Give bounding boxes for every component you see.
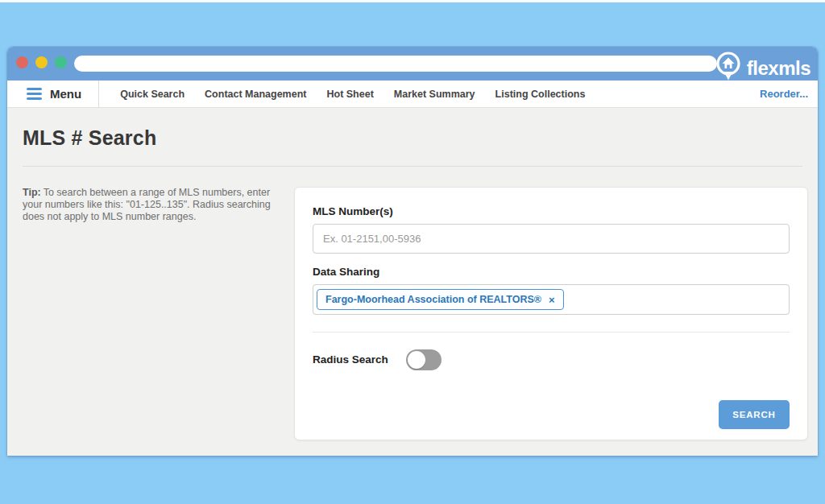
nav-links: Quick Search Contact Management Hot Shee… xyxy=(120,89,585,100)
radius-search-label: Radius Search xyxy=(313,353,388,366)
app-navbar: Menu Quick Search Contact Management Hot… xyxy=(7,81,818,108)
tip-label: Tip: xyxy=(23,187,41,198)
page-title: MLS # Search xyxy=(23,125,818,151)
reorder-link[interactable]: Reorder... xyxy=(760,88,808,100)
menu-label: Menu xyxy=(50,87,81,101)
nav-item-hot-sheet[interactable]: Hot Sheet xyxy=(326,89,373,100)
data-sharing-label: Data Sharing xyxy=(313,266,790,278)
search-button[interactable]: SEARCH xyxy=(719,400,790,429)
content-row: Tip:To search between a range of MLS num… xyxy=(7,187,818,440)
window-close-button[interactable] xyxy=(16,56,28,68)
menu-button[interactable]: Menu xyxy=(7,81,99,108)
tip-body: To search between a range of MLS numbers… xyxy=(23,187,271,222)
top-edge-highlight xyxy=(0,0,825,2)
radius-search-toggle[interactable] xyxy=(406,349,442,370)
flexmls-logo-text: flexmls xyxy=(747,56,810,81)
nav-item-quick-search[interactable]: Quick Search xyxy=(120,89,184,100)
browser-window: flexmls Menu Quick Search Contact Manage… xyxy=(7,47,818,456)
window-minimize-button[interactable] xyxy=(35,56,48,68)
flexmls-logo: flexmls xyxy=(715,51,810,85)
data-sharing-field[interactable]: Fargo-Moorhead Association of REALTORS® … xyxy=(313,284,790,315)
url-bar[interactable] xyxy=(74,56,717,72)
page-content: MLS # Search Tip:To search between a ran… xyxy=(7,108,818,456)
title-divider xyxy=(23,166,802,167)
tip-text: Tip:To search between a range of MLS num… xyxy=(23,187,285,222)
nav-item-listing-collections[interactable]: Listing Collections xyxy=(495,89,586,100)
flexmls-pin-icon xyxy=(715,51,742,85)
card-footer: SEARCH xyxy=(313,400,790,429)
chip-remove-icon[interactable]: × xyxy=(549,295,555,305)
window-controls xyxy=(16,56,67,68)
data-sharing-chip-label: Fargo-Moorhead Association of REALTORS® xyxy=(325,294,541,305)
browser-chrome: flexmls xyxy=(7,47,818,81)
card-divider xyxy=(313,332,790,333)
mls-number-input[interactable] xyxy=(313,224,790,254)
mls-number-label: MLS Number(s) xyxy=(313,205,790,217)
data-sharing-chip[interactable]: Fargo-Moorhead Association of REALTORS® … xyxy=(317,289,564,310)
search-form-card: MLS Number(s) Data Sharing Fargo-Moorhea… xyxy=(294,187,808,440)
window-maximize-button[interactable] xyxy=(55,56,67,68)
hamburger-icon xyxy=(27,88,42,100)
nav-item-contact-management[interactable]: Contact Management xyxy=(205,89,306,100)
toggle-knob-icon xyxy=(408,351,425,369)
radius-search-row: Radius Search xyxy=(313,349,790,370)
nav-item-market-summary[interactable]: Market Summary xyxy=(394,89,475,100)
